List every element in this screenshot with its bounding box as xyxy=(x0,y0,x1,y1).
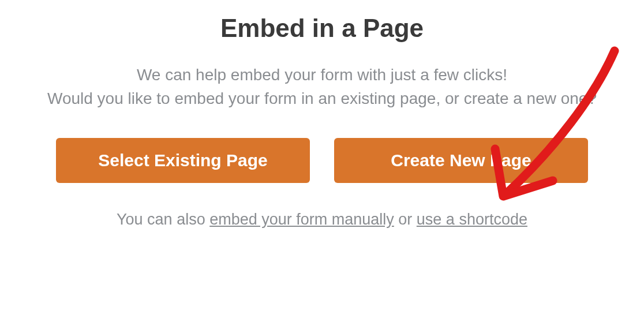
create-new-page-button[interactable]: Create New Page xyxy=(334,138,588,183)
select-existing-page-button[interactable]: Select Existing Page xyxy=(56,138,310,183)
description-line-1: We can help embed your form with just a … xyxy=(137,66,507,84)
dialog-description: We can help embed your form with just a … xyxy=(47,63,597,110)
footer-text: You can also embed your form manually or… xyxy=(117,211,527,229)
footer-prefix: You can also xyxy=(117,211,209,228)
use-shortcode-link[interactable]: use a shortcode xyxy=(417,211,527,228)
footer-middle: or xyxy=(394,211,417,228)
button-row: Select Existing Page Create New Page xyxy=(56,138,588,183)
description-line-2: Would you like to embed your form in an … xyxy=(47,89,597,107)
dialog-title: Embed in a Page xyxy=(220,14,424,43)
embed-manually-link[interactable]: embed your form manually xyxy=(209,211,394,228)
